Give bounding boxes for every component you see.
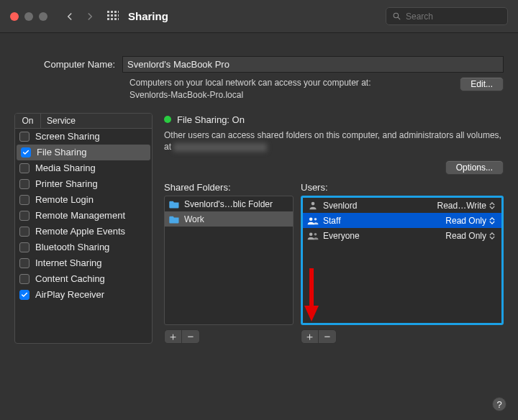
person-icon bbox=[308, 201, 318, 211]
user-row[interactable]: StaffRead Only bbox=[303, 213, 501, 228]
users-list[interactable]: SvenlordRead…WriteStaffRead OnlyEveryone… bbox=[301, 196, 504, 325]
service-label: AirPlay Receiver bbox=[35, 289, 104, 300]
folder-icon bbox=[169, 200, 180, 209]
service-row[interactable]: Remote Login bbox=[15, 192, 152, 208]
service-label: Bluetooth Sharing bbox=[35, 242, 109, 252]
service-checkbox[interactable] bbox=[19, 179, 29, 189]
permission-selector[interactable]: Read Only bbox=[445, 231, 497, 241]
service-checkbox[interactable] bbox=[19, 290, 29, 300]
service-row[interactable]: Media Sharing bbox=[15, 160, 152, 176]
options-button[interactable]: Options... bbox=[445, 160, 504, 175]
service-checkbox[interactable] bbox=[19, 242, 29, 252]
services-table[interactable]: On Service Screen SharingFile SharingMed… bbox=[14, 113, 153, 344]
back-button[interactable] bbox=[60, 7, 79, 26]
search-field[interactable] bbox=[386, 7, 508, 25]
service-checkbox[interactable] bbox=[19, 195, 29, 205]
user-name: Everyone bbox=[323, 231, 445, 241]
computer-name-label: Computer Name: bbox=[14, 59, 122, 70]
service-row[interactable]: Printer Sharing bbox=[15, 176, 152, 192]
minimize-window[interactable] bbox=[24, 12, 33, 21]
folder-row[interactable]: Work bbox=[165, 211, 293, 227]
folder-name: Work bbox=[184, 214, 204, 224]
permission-text: Read Only bbox=[445, 231, 486, 241]
svg-point-12 bbox=[394, 13, 399, 18]
svg-rect-2 bbox=[114, 11, 117, 13]
show-all-button[interactable] bbox=[104, 7, 122, 26]
svg-point-13 bbox=[312, 201, 315, 205]
service-checkbox[interactable] bbox=[19, 274, 29, 284]
service-checkbox[interactable] bbox=[19, 227, 29, 237]
svg-point-16 bbox=[309, 232, 313, 236]
service-checkbox[interactable] bbox=[21, 147, 31, 158]
folder-name: Svenlord's…blic Folder bbox=[184, 199, 273, 209]
user-row[interactable]: EveryoneRead Only bbox=[303, 228, 501, 243]
help-button[interactable]: ? bbox=[492, 397, 506, 411]
permission-selector[interactable]: Read…Write bbox=[437, 201, 497, 211]
people-icon bbox=[307, 216, 319, 226]
folder-add-remove: ＋ − bbox=[164, 329, 200, 344]
service-checkbox[interactable] bbox=[19, 163, 29, 173]
service-label: Remote Management bbox=[35, 210, 125, 221]
service-row[interactable]: Remote Management bbox=[15, 208, 152, 224]
zoom-window[interactable] bbox=[39, 12, 47, 21]
service-checkbox[interactable] bbox=[19, 132, 29, 142]
service-label: Media Sharing bbox=[35, 163, 96, 173]
service-label: Internet Sharing bbox=[35, 257, 102, 268]
computer-name-input[interactable] bbox=[122, 56, 504, 73]
window-title: Sharing bbox=[128, 10, 168, 22]
stepper-arrows-icon bbox=[489, 201, 497, 211]
service-row[interactable]: Screen Sharing bbox=[15, 129, 152, 145]
service-label: Remote Apple Events bbox=[35, 226, 125, 237]
grid-icon bbox=[107, 11, 119, 22]
lists-row: Shared Folders: Svenlord's…blic FolderWo… bbox=[164, 182, 504, 344]
folder-remove-button[interactable]: − bbox=[182, 330, 199, 343]
user-remove-button[interactable]: − bbox=[319, 330, 336, 343]
permission-text: Read…Write bbox=[437, 201, 486, 211]
right-panel: File Sharing: On Other users can access … bbox=[164, 113, 504, 344]
stepper-arrows-icon bbox=[489, 216, 497, 226]
main-row: On Service Screen SharingFile SharingMed… bbox=[14, 113, 504, 344]
service-row[interactable]: Internet Sharing bbox=[15, 255, 152, 271]
stepper-arrows-icon bbox=[489, 231, 497, 241]
service-label: Printer Sharing bbox=[35, 178, 98, 189]
computer-name-subtext-row: Computers on your local network can acce… bbox=[14, 77, 504, 101]
sharing-pref-pane: Sharing Computer Name: Computers on your… bbox=[0, 0, 518, 420]
permission-selector[interactable]: Read Only bbox=[445, 216, 497, 226]
subtext-hostname: Svenlords-MacBook-Pro.local bbox=[130, 90, 243, 100]
svg-rect-10 bbox=[114, 18, 117, 20]
service-label: File Sharing bbox=[37, 147, 86, 158]
user-row[interactable]: SvenlordRead…Write bbox=[303, 198, 501, 213]
service-row[interactable]: Bluetooth Sharing bbox=[15, 239, 152, 255]
svg-rect-7 bbox=[118, 14, 119, 17]
shared-folders-list[interactable]: Svenlord's…blic FolderWork bbox=[164, 196, 294, 325]
forward-button[interactable] bbox=[81, 7, 99, 26]
service-label: Remote Login bbox=[35, 194, 94, 205]
service-row[interactable]: File Sharing bbox=[17, 145, 150, 160]
user-name: Staff bbox=[323, 216, 445, 226]
users-group: Users: SvenlordRead…WriteStaffRead OnlyE… bbox=[301, 182, 504, 344]
window-controls bbox=[10, 12, 47, 21]
user-add-button[interactable]: ＋ bbox=[301, 330, 319, 343]
close-window[interactable] bbox=[10, 12, 19, 21]
service-row[interactable]: Content Caching bbox=[15, 271, 152, 287]
services-header: On Service bbox=[15, 114, 152, 129]
edit-hostname-button[interactable]: Edit... bbox=[460, 77, 504, 91]
svg-rect-8 bbox=[107, 18, 109, 20]
search-input[interactable] bbox=[406, 12, 501, 22]
service-row[interactable]: Remote Apple Events bbox=[15, 224, 152, 239]
users-label: Users: bbox=[301, 182, 504, 193]
user-name: Svenlord bbox=[323, 201, 437, 211]
computer-name-subtext: Computers on your local network can acce… bbox=[130, 77, 451, 101]
titlebar: Sharing bbox=[0, 0, 518, 33]
search-icon bbox=[392, 12, 401, 21]
svg-rect-9 bbox=[111, 18, 113, 20]
user-add-remove: ＋ − bbox=[301, 329, 337, 344]
folder-row[interactable]: Svenlord's…blic Folder bbox=[165, 196, 293, 211]
service-checkbox[interactable] bbox=[19, 258, 29, 268]
status-row: File Sharing: On bbox=[164, 114, 504, 125]
folder-add-button[interactable]: ＋ bbox=[165, 330, 182, 343]
computer-name-row: Computer Name: bbox=[14, 56, 504, 73]
service-row[interactable]: AirPlay Receiver bbox=[15, 287, 152, 303]
service-checkbox[interactable] bbox=[19, 211, 29, 221]
svg-rect-0 bbox=[107, 11, 109, 13]
